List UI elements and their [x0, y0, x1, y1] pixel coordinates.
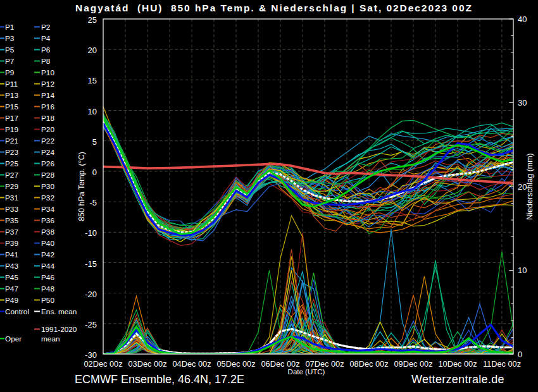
svg-text:P7: P7 — [5, 57, 14, 66]
svg-text:10Dec 00z: 10Dec 00z — [438, 359, 477, 369]
svg-text:P34: P34 — [41, 205, 54, 214]
svg-text:P23: P23 — [5, 148, 18, 157]
svg-text:P32: P32 — [41, 193, 54, 202]
svg-text:P16: P16 — [41, 102, 54, 111]
svg-text:-15: -15 — [85, 259, 97, 269]
svg-text:05Dec 00z: 05Dec 00z — [216, 359, 255, 369]
svg-text:P18: P18 — [41, 114, 54, 123]
svg-text:P12: P12 — [41, 80, 54, 89]
svg-text:P40: P40 — [41, 239, 54, 248]
svg-text:P26: P26 — [41, 159, 54, 168]
svg-text:P10: P10 — [41, 68, 54, 77]
svg-text:0: 0 — [92, 168, 97, 177]
svg-text:Ens. mean: Ens. mean — [41, 307, 77, 316]
svg-text:P37: P37 — [5, 228, 18, 236]
svg-text:P3: P3 — [5, 34, 15, 43]
svg-text:P19: P19 — [5, 125, 18, 134]
svg-text:P33: P33 — [5, 205, 18, 214]
svg-text:20: 20 — [88, 46, 97, 55]
svg-text:30: 30 — [518, 98, 527, 107]
svg-text:-5: -5 — [89, 198, 97, 207]
svg-text:0: 0 — [518, 350, 522, 359]
svg-text:mean: mean — [41, 334, 60, 343]
svg-text:P25: P25 — [5, 159, 18, 168]
svg-text:Nagyatád (HU) 850 hPa Temp.: Nagyatád (HU) 850 hPa Temp. & Niederschl… — [75, 3, 473, 13]
svg-text:1991-2020: 1991-2020 — [41, 325, 77, 334]
svg-text:P39: P39 — [5, 239, 18, 248]
svg-text:P44: P44 — [41, 262, 54, 271]
svg-text:P50: P50 — [41, 296, 54, 305]
svg-text:P36: P36 — [41, 216, 54, 225]
svg-text:P1: P1 — [5, 23, 14, 32]
svg-text:P38: P38 — [41, 228, 54, 236]
svg-text:P29: P29 — [5, 182, 18, 191]
svg-text:10: 10 — [88, 107, 97, 116]
svg-text:P5: P5 — [5, 46, 15, 54]
svg-text:P22: P22 — [41, 137, 54, 145]
svg-text:P24: P24 — [41, 148, 54, 157]
svg-text:P4: P4 — [41, 34, 51, 43]
svg-text:P49: P49 — [5, 296, 18, 305]
svg-text:P27: P27 — [5, 171, 18, 180]
svg-text:P14: P14 — [41, 91, 54, 100]
svg-text:P9: P9 — [5, 68, 14, 77]
svg-text:P47: P47 — [5, 285, 18, 293]
svg-text:P28: P28 — [41, 171, 54, 180]
svg-text:04Dec 00z: 04Dec 00z — [172, 359, 211, 369]
svg-text:5: 5 — [92, 137, 97, 147]
svg-text:10: 10 — [518, 266, 527, 275]
svg-text:-20: -20 — [85, 290, 97, 299]
svg-text:07Dec 00z: 07Dec 00z — [305, 359, 344, 369]
svg-text:-30: -30 — [85, 350, 97, 360]
svg-text:850 hPa Temp. (°C): 850 hPa Temp. (°C) — [77, 152, 86, 221]
svg-text:P8: P8 — [41, 57, 51, 66]
svg-text:ECMWF Ensemble, 46.4N, 17.2E: ECMWF Ensemble, 46.4N, 17.2E — [75, 373, 244, 386]
svg-text:P13: P13 — [5, 91, 18, 100]
svg-text:P20: P20 — [41, 125, 54, 134]
svg-text:Wetterzentrale.de: Wetterzentrale.de — [411, 373, 504, 386]
svg-text:09Dec 00z: 09Dec 00z — [394, 359, 432, 369]
svg-text:02Dec 00z: 02Dec 00z — [84, 359, 122, 369]
svg-text:-10: -10 — [85, 228, 97, 238]
svg-text:P30: P30 — [41, 182, 54, 191]
svg-text:P42: P42 — [41, 250, 54, 259]
svg-text:P11: P11 — [5, 80, 18, 89]
svg-text:Control: Control — [5, 307, 29, 316]
svg-text:-25: -25 — [85, 320, 97, 329]
svg-text:P31: P31 — [5, 193, 18, 202]
svg-text:P45: P45 — [5, 273, 18, 282]
svg-text:P2: P2 — [41, 23, 50, 32]
svg-text:P21: P21 — [5, 137, 18, 145]
svg-text:P35: P35 — [5, 216, 18, 225]
svg-text:P6: P6 — [41, 46, 51, 54]
svg-text:P17: P17 — [5, 114, 18, 123]
svg-text:P15: P15 — [5, 102, 18, 111]
svg-text:Date (UTC): Date (UTC) — [288, 368, 325, 376]
svg-text:P43: P43 — [5, 262, 18, 271]
svg-text:P46: P46 — [41, 273, 54, 282]
svg-text:P48: P48 — [41, 285, 54, 293]
svg-text:Oper: Oper — [5, 334, 22, 343]
svg-text:08Dec 00z: 08Dec 00z — [349, 359, 388, 369]
svg-text:P41: P41 — [5, 250, 18, 259]
svg-text:03Dec 00z: 03Dec 00z — [128, 359, 166, 369]
svg-text:25: 25 — [88, 15, 97, 25]
svg-text:15: 15 — [88, 76, 97, 85]
svg-text:Niederschlag (mm): Niederschlag (mm) — [525, 153, 534, 220]
svg-text:40: 40 — [518, 15, 527, 24]
svg-text:11Dec 00z: 11Dec 00z — [483, 359, 521, 369]
svg-text:06Dec 00z: 06Dec 00z — [261, 359, 299, 369]
